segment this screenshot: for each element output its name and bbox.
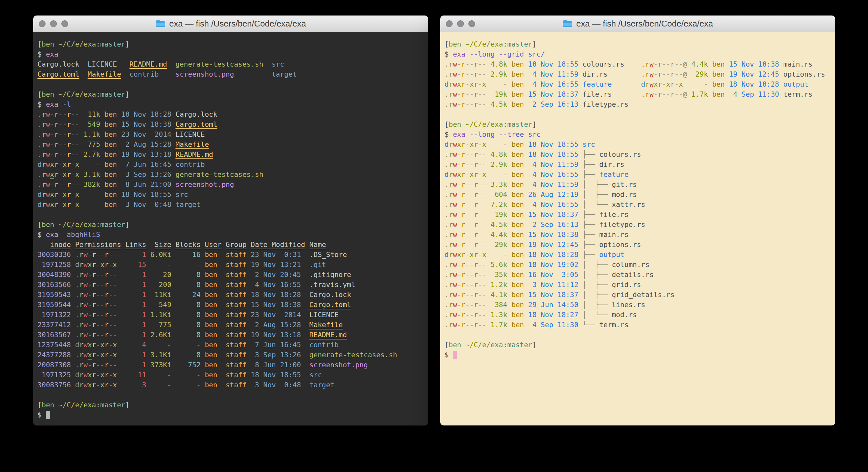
terminal-line: $ bbox=[444, 350, 833, 360]
terminal-line: 20087308 .rw-r--r-- 1 373Ki 752 ben staf… bbox=[37, 360, 426, 370]
folder-icon bbox=[562, 20, 573, 28]
terminal-line bbox=[37, 209, 426, 219]
window-title-area: exa — fish /Users/ben/Code/exa/exa bbox=[33, 16, 428, 32]
terminal-line: inode Permissions Links Size Blocks User… bbox=[37, 240, 426, 249]
terminal-line: drwxr-xr-x - ben 7 Jun 16:45 contrib bbox=[37, 159, 426, 169]
terminal-line: .rw-r--r-- 4.8k ben 18 Nov 18:55 colours… bbox=[444, 59, 833, 69]
terminal-line: 1971258 drwxr-xr-x 15 - - ben staff 19 N… bbox=[37, 260, 426, 270]
terminal-line: .rw-r--r-- 2.9k ben 4 Nov 11:59 dir.rs .… bbox=[444, 69, 833, 79]
terminal-line: .rw-r--r-- 3.3k ben 4 Nov 11:59 │ ├── gi… bbox=[444, 179, 833, 189]
window-title: exa — fish /Users/ben/Code/exa/exa bbox=[169, 19, 306, 29]
terminal-line: .rw-r--r-- 4.8k ben 18 Nov 18:55 ├── col… bbox=[444, 149, 833, 159]
terminal-line: [ben ~/C/e/exa:master] bbox=[444, 119, 833, 129]
terminal-line: drwxr-xr-x - ben 18 Nov 18:28 ├── output bbox=[444, 249, 833, 260]
terminal-line: .rw-r--r-- 4.5k ben 2 Sep 16:13 filetype… bbox=[444, 99, 833, 109]
terminal-line: 23377412 .rw-r--r-- 1 775 8 ben staff 2 … bbox=[37, 320, 426, 330]
terminal-line: [ben ~/C/e/exa:master] bbox=[444, 340, 833, 350]
terminal-line: 30048390 .rw-r--r-- 1 20 8 ben staff 2 N… bbox=[37, 270, 426, 279]
terminal-line: $ exa -abghHliS bbox=[37, 230, 426, 240]
terminal-line bbox=[37, 79, 426, 89]
terminal-line: [ben ~/C/e/exa:master] bbox=[37, 400, 426, 410]
terminal-line: 30163567 .rw-r--r-- 1 2.6Ki 8 ben staff … bbox=[37, 330, 426, 340]
terminal-content[interactable]: [ben ~/C/e/exa:master]$ exa --long --gri… bbox=[440, 32, 835, 425]
terminal-line: .rw-r--r-- 2.7k ben 19 Nov 13:18 README.… bbox=[37, 149, 426, 159]
terminal-line: $ bbox=[37, 410, 426, 420]
window-title: exa — fish /Users/ben/Code/exa/exa bbox=[576, 19, 713, 29]
terminal-line: .rw-r--r-- 7.2k ben 4 Nov 16:55 │ └── xa… bbox=[444, 200, 833, 209]
terminal-line: 31959543 .rw-r--r-- 1 11Ki 24 ben staff … bbox=[37, 290, 426, 300]
terminal-line: drwxr-xr-x - ben 3 Nov 0:48 target bbox=[37, 200, 426, 209]
terminal-line: 30163566 .rw-r--r-- 1 200 8 ben staff 4 … bbox=[37, 279, 426, 290]
title-bar[interactable]: exa — fish /Users/ben/Code/exa/exa bbox=[33, 16, 428, 32]
terminal-line: .rw-r--r-- 382k ben 8 Jun 21:00 screensh… bbox=[37, 179, 426, 189]
terminal-line: [ben ~/C/e/exa:master] bbox=[37, 39, 426, 49]
terminal-line: .rw-r--r-- 11k ben 18 Nov 18:28 Cargo.lo… bbox=[37, 109, 426, 119]
terminal-line: [ben ~/C/e/exa:master] bbox=[444, 39, 833, 49]
terminal-line bbox=[444, 109, 833, 119]
terminal-line: drwxr-xr-x - ben 18 Nov 18:55 src bbox=[37, 189, 426, 200]
terminal-line: Cargo.toml Makefile contrib screenshot.p… bbox=[37, 69, 426, 79]
terminal-line: drwxr-xr-x - ben 18 Nov 18:55 src bbox=[444, 139, 833, 149]
terminal-line: .rw-r--r-- 604 ben 26 Aug 12:19 │ ├── mo… bbox=[444, 189, 833, 200]
terminal-line: 30083756 drwxr-xr-x 3 - - ben staff 3 No… bbox=[37, 380, 426, 390]
terminal-line: 1971322 .rw-r--r-- 1 1.1Ki 8 ben staff 2… bbox=[37, 310, 426, 320]
terminal-line: .rw-r--r-- 549 ben 15 Nov 18:38 Cargo.to… bbox=[37, 119, 426, 129]
terminal-line: 30030336 .rw-r--r-- 1 6.0Ki 16 ben staff… bbox=[37, 249, 426, 260]
terminal-line: .rw-r--r-- 775 ben 2 Aug 15:28 Makefile bbox=[37, 139, 426, 149]
terminal-line: Cargo.lock LICENCE README.md generate-te… bbox=[37, 59, 426, 69]
terminal-line: 24377288 .rwxr-xr-x 1 3.1Ki 8 ben staff … bbox=[37, 350, 426, 360]
terminal-line: .rw-r--r-- 35k ben 16 Nov 3:05 │ ├── det… bbox=[444, 270, 833, 279]
terminal-line: .rw-r--r-- 19k ben 15 Nov 18:37 file.rs … bbox=[444, 89, 833, 99]
window-title-area: exa — fish /Users/ben/Code/exa/exa bbox=[440, 16, 835, 32]
terminal-line: $ exa bbox=[37, 49, 426, 59]
terminal-line: .rw-r--r-- 1.2k ben 3 Nov 11:12 │ ├── gr… bbox=[444, 279, 833, 290]
terminal-line: [ben ~/C/e/exa:master] bbox=[37, 219, 426, 230]
terminal-line: $ exa --long --grid src/ bbox=[444, 49, 833, 59]
terminal-line bbox=[444, 330, 833, 340]
terminal-line: .rw-r--r-- 4.5k ben 2 Sep 16:13 ├── file… bbox=[444, 219, 833, 230]
terminal-line: $ exa -l bbox=[37, 99, 426, 109]
desktop: { "icons": { "folder": "folder-icon", "t… bbox=[0, 0, 868, 472]
title-bar[interactable]: exa — fish /Users/ben/Code/exa/exa bbox=[440, 16, 835, 32]
terminal-content[interactable]: [ben ~/C/e/exa:master]$ exaCargo.lock LI… bbox=[33, 32, 428, 425]
terminal-line: $ exa --long --tree src bbox=[444, 129, 833, 139]
folder-icon bbox=[155, 20, 166, 28]
terminal-line: .rw-r--r-- 5.6k ben 18 Nov 19:02 │ ├── c… bbox=[444, 260, 833, 270]
terminal-line: .rwxr-xr-x 3.1k ben 3 Sep 13:26 generate… bbox=[37, 169, 426, 179]
terminal-line: .rw-r--r-- 2.9k ben 4 Nov 11:59 ├── dir.… bbox=[444, 159, 833, 169]
terminal-line: drwxr-xr-x - ben 4 Nov 16:55 ├── feature bbox=[444, 169, 833, 179]
terminal-line: .rw-r--r-- 19k ben 15 Nov 18:37 ├── file… bbox=[444, 209, 833, 219]
terminal-line: .rw-r--r-- 1.3k ben 18 Nov 18:27 │ └── m… bbox=[444, 310, 833, 320]
terminal-line bbox=[37, 390, 426, 400]
terminal-window-left: exa — fish /Users/ben/Code/exa/exa [ben … bbox=[33, 16, 428, 425]
terminal-line: 12375448 drwxr-xr-x 4 - - ben staff 7 Ju… bbox=[37, 340, 426, 350]
terminal-window-right: exa — fish /Users/ben/Code/exa/exa [ben … bbox=[440, 16, 835, 425]
terminal-line: .rw-r--r-- 1.7k ben 4 Sep 11:30 └── term… bbox=[444, 320, 833, 330]
terminal-line: .rw-r--r-- 384 ben 29 Jun 14:50 │ ├── li… bbox=[444, 300, 833, 310]
terminal-line: .rw-r--r-- 1.1k ben 23 Nov 2014 LICENCE bbox=[37, 129, 426, 139]
terminal-line: .rw-r--r-- 4.1k ben 15 Nov 18:37 │ ├── g… bbox=[444, 290, 833, 300]
terminal-line: drwxr-xr-x - ben 4 Nov 16:55 feature drw… bbox=[444, 79, 833, 89]
terminal-line: .rw-r--r-- 4.4k ben 15 Nov 18:38 ├── mai… bbox=[444, 230, 833, 240]
terminal-line: .rw-r--r-- 29k ben 19 Nov 12:45 ├── opti… bbox=[444, 240, 833, 249]
terminal-line: [ben ~/C/e/exa:master] bbox=[37, 89, 426, 99]
terminal-line: 31959544 .rw-r--r-- 1 549 8 ben staff 15… bbox=[37, 300, 426, 310]
terminal-line: 1971325 drwxr-xr-x 11 - - ben staff 18 N… bbox=[37, 370, 426, 380]
